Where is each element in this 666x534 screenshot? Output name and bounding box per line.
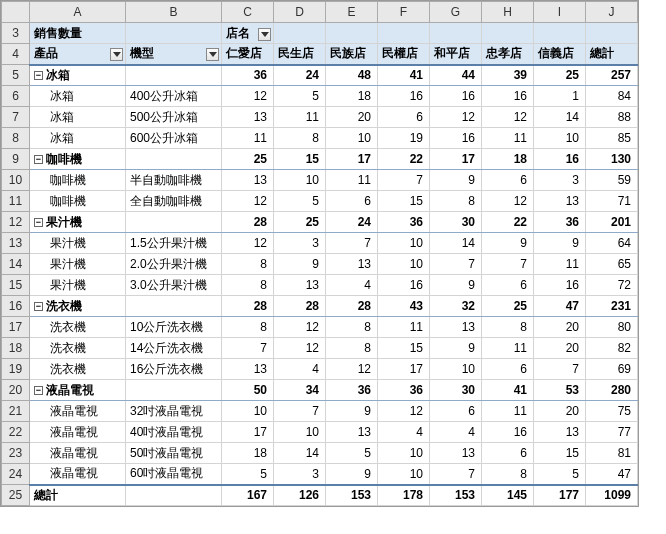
row-header[interactable]: 18	[2, 338, 30, 359]
row-header[interactable]: 21	[2, 401, 30, 422]
row-header[interactable]: 22	[2, 422, 30, 443]
subtotal-value: 36	[378, 380, 430, 401]
value-cell: 10	[378, 254, 430, 275]
product-cell: 冰箱	[30, 107, 126, 128]
blank	[482, 23, 534, 44]
row-header[interactable]: 16	[2, 296, 30, 317]
subtotal-value: 22	[482, 212, 534, 233]
row-header[interactable]: 7	[2, 107, 30, 128]
title-row: 3銷售數量店名	[2, 23, 638, 44]
group-subtotal-row: 16−洗衣機28282843322547231	[2, 296, 638, 317]
corner-cell[interactable]	[2, 2, 30, 23]
collapse-icon[interactable]: −	[34, 155, 43, 164]
column-header-G[interactable]: G	[430, 2, 482, 23]
grand-total-row: 25總計1671261531781531451771099	[2, 485, 638, 506]
value-cell: 9	[482, 233, 534, 254]
product-cell: 咖啡機	[30, 170, 126, 191]
subtotal-value: 28	[222, 296, 274, 317]
header-store: 民權店	[378, 44, 430, 65]
value-cell: 13	[222, 170, 274, 191]
row-header[interactable]: 8	[2, 128, 30, 149]
filter-product-icon[interactable]	[110, 48, 123, 61]
value-cell: 9	[274, 254, 326, 275]
row-header[interactable]: 10	[2, 170, 30, 191]
grand-total-value: 177	[534, 485, 586, 506]
row-header[interactable]: 3	[2, 23, 30, 44]
value-cell: 4	[274, 359, 326, 380]
row-header[interactable]: 25	[2, 485, 30, 506]
value-cell: 8	[430, 191, 482, 212]
row-header[interactable]: 19	[2, 359, 30, 380]
table-row: 22液晶電視40吋液晶電視17101344161377	[2, 422, 638, 443]
grand-total-value: 178	[378, 485, 430, 506]
collapse-icon[interactable]: −	[34, 386, 43, 395]
subtotal-value: 28	[326, 296, 378, 317]
group-subtotal-row: 12−果汁機28252436302236201	[2, 212, 638, 233]
subtotal-value: 36	[222, 65, 274, 86]
row-header[interactable]: 14	[2, 254, 30, 275]
product-cell: 液晶電視	[30, 464, 126, 485]
row-header[interactable]: 23	[2, 443, 30, 464]
value-cell: 85	[586, 128, 638, 149]
subtotal-value: 30	[430, 212, 482, 233]
blank	[378, 23, 430, 44]
group-subtotal-row: 9−咖啡機25151722171816130	[2, 149, 638, 170]
product-cell: 液晶電視	[30, 443, 126, 464]
value-cell: 10	[534, 128, 586, 149]
filter-store-icon[interactable]	[258, 28, 271, 41]
row-header[interactable]: 15	[2, 275, 30, 296]
column-header-F[interactable]: F	[378, 2, 430, 23]
column-header-J[interactable]: J	[586, 2, 638, 23]
table-row: 8冰箱600公升冰箱118101916111085	[2, 128, 638, 149]
group-name: 洗衣機	[46, 299, 82, 313]
row-header[interactable]: 6	[2, 86, 30, 107]
row-header[interactable]: 5	[2, 65, 30, 86]
value-cell: 9	[534, 233, 586, 254]
value-cell: 8	[222, 317, 274, 338]
row-header[interactable]: 11	[2, 191, 30, 212]
row-header[interactable]: 12	[2, 212, 30, 233]
column-header-B[interactable]: B	[126, 2, 222, 23]
value-cell: 5	[534, 464, 586, 485]
subtotal-value: 50	[222, 380, 274, 401]
value-cell: 11	[482, 338, 534, 359]
collapse-icon[interactable]: −	[34, 218, 43, 227]
subtotal-value: 28	[222, 212, 274, 233]
collapse-icon[interactable]: −	[34, 302, 43, 311]
value-cell: 16	[378, 86, 430, 107]
row-header[interactable]: 9	[2, 149, 30, 170]
column-header-E[interactable]: E	[326, 2, 378, 23]
column-header-D[interactable]: D	[274, 2, 326, 23]
column-header-A[interactable]: A	[30, 2, 126, 23]
value-cell: 7	[430, 464, 482, 485]
value-cell: 5	[274, 191, 326, 212]
value-cell: 13	[534, 422, 586, 443]
row-header[interactable]: 4	[2, 44, 30, 65]
value-cell: 64	[586, 233, 638, 254]
row-header[interactable]: 13	[2, 233, 30, 254]
column-header-I[interactable]: I	[534, 2, 586, 23]
value-cell: 11	[378, 317, 430, 338]
value-cell: 3	[534, 170, 586, 191]
table-row: 15果汁機3.0公升果汁機813416961672	[2, 275, 638, 296]
blank	[586, 23, 638, 44]
subtotal-value: 25	[222, 149, 274, 170]
value-cell: 12	[222, 191, 274, 212]
value-cell: 10	[378, 443, 430, 464]
value-cell: 10	[430, 359, 482, 380]
subtotal-value: 25	[534, 65, 586, 86]
row-header[interactable]: 17	[2, 317, 30, 338]
subtotal-value: 28	[274, 296, 326, 317]
row-header[interactable]: 20	[2, 380, 30, 401]
column-header-row: ABCDEFGHIJ	[2, 2, 638, 23]
column-header-H[interactable]: H	[482, 2, 534, 23]
filter-model-icon[interactable]	[206, 48, 219, 61]
value-cell: 8	[222, 254, 274, 275]
grand-total-value: 153	[326, 485, 378, 506]
value-cell: 6	[482, 443, 534, 464]
row-header[interactable]: 24	[2, 464, 30, 485]
subtotal-value: 43	[378, 296, 430, 317]
value-cell: 59	[586, 170, 638, 191]
collapse-icon[interactable]: −	[34, 71, 43, 80]
column-header-C[interactable]: C	[222, 2, 274, 23]
